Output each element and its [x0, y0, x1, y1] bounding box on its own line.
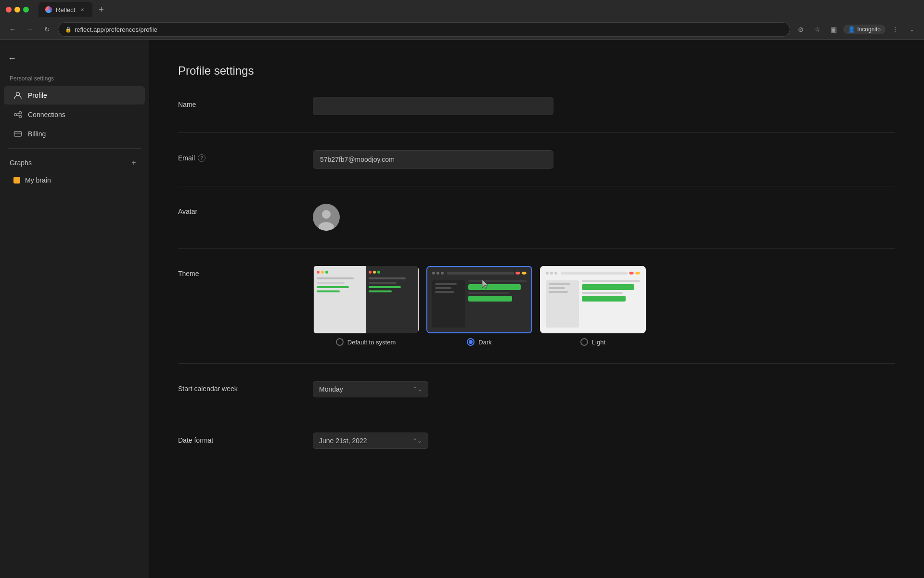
- name-setting-row: Name: [178, 97, 895, 133]
- forward-navigation-button[interactable]: →: [23, 23, 37, 36]
- radio-dark-inner: [469, 340, 473, 344]
- sidebar-item-my-brain[interactable]: My brain: [4, 172, 145, 188]
- svg-line-5: [16, 115, 19, 116]
- billing-icon: [13, 130, 22, 138]
- sidebar-item-connections[interactable]: Connections: [4, 105, 145, 124]
- minimize-window-button[interactable]: [14, 7, 20, 13]
- sidebar-graphs-header: Graphs +: [0, 154, 149, 172]
- main-content: Profile settings Name Email ? Avatar: [149, 40, 924, 578]
- incognito-label: Incognito: [857, 26, 881, 33]
- theme-preview-light: [540, 266, 646, 333]
- svg-point-9: [322, 210, 331, 219]
- theme-label: Theme: [178, 266, 313, 277]
- maximize-window-button[interactable]: [23, 7, 29, 13]
- calendar-week-value: Monday: [319, 385, 343, 393]
- theme-preview-default: [313, 266, 419, 333]
- new-tab-button[interactable]: +: [94, 3, 108, 16]
- theme-option-dark[interactable]: Dark: [426, 266, 532, 346]
- theme-radio-default[interactable]: Default to system: [336, 338, 396, 346]
- incognito-badge: 👤 Incognito: [843, 25, 886, 34]
- sidebar-billing-label: Billing: [28, 130, 46, 138]
- browser-toolbar: ← → ↻ 🔒 reflect.app/preferences/profile …: [0, 19, 924, 39]
- theme-radio-dark[interactable]: Dark: [467, 338, 491, 346]
- back-navigation-button[interactable]: ←: [6, 23, 19, 36]
- calendar-week-control: Monday ⌃⌄: [313, 381, 553, 397]
- close-window-button[interactable]: [6, 7, 12, 13]
- name-label: Name: [178, 97, 313, 108]
- date-format-setting-row: Date format June 21st, 2022 ⌃⌄: [178, 433, 895, 466]
- address-bar[interactable]: 🔒 reflect.app/preferences/profile: [58, 22, 790, 37]
- theme-option-default[interactable]: Default to system: [313, 266, 419, 346]
- theme-options: Default to system: [313, 266, 650, 346]
- avatar-setting-row: Avatar: [178, 204, 895, 249]
- sidebar-graphs-label: Graphs: [10, 159, 32, 167]
- sidebar-item-profile[interactable]: Profile: [4, 86, 145, 105]
- profile-icon: [13, 91, 22, 100]
- calendar-week-dropdown[interactable]: Monday ⌃⌄: [313, 381, 428, 397]
- sidebar-personal-section-label: Personal settings: [0, 71, 149, 86]
- email-help-icon[interactable]: ?: [198, 154, 205, 162]
- add-graph-button[interactable]: +: [128, 158, 139, 168]
- avatar-label: Avatar: [178, 204, 313, 215]
- browser-chrome: Reflect ✕ + ← → ↻ 🔒 reflect.app/preferen…: [0, 0, 924, 40]
- lock-icon: 🔒: [65, 26, 72, 33]
- sidebar-my-brain-label: My brain: [25, 176, 51, 184]
- dropdown-chevron-icon: ⌃⌄: [412, 386, 422, 393]
- theme-light-label: Light: [592, 339, 605, 346]
- toolbar-icons: ⊘ ☆ ▣ 👤 Incognito ⋮ ⌄: [794, 23, 918, 36]
- theme-dark-label: Dark: [478, 339, 491, 346]
- tab-bar: Reflect ✕ +: [33, 2, 114, 17]
- date-format-value: June 21st, 2022: [319, 437, 367, 445]
- theme-preview-dark: [426, 266, 532, 333]
- calendar-week-label: Start calendar week: [178, 381, 313, 393]
- page-title: Profile settings: [178, 64, 895, 78]
- tab-close-button[interactable]: ✕: [79, 6, 86, 13]
- email-control: [313, 150, 553, 169]
- theme-default-label: Default to system: [347, 339, 396, 346]
- date-format-chevron-icon: ⌃⌄: [412, 437, 422, 444]
- more-options-icon[interactable]: ⋮: [888, 23, 902, 36]
- bookmark-icon[interactable]: ☆: [810, 23, 824, 36]
- back-arrow-icon: ←: [8, 53, 16, 64]
- browser-tab[interactable]: Reflect ✕: [38, 2, 92, 17]
- name-control: [313, 97, 553, 115]
- sidebar-divider: [8, 148, 141, 149]
- reload-button[interactable]: ↻: [40, 23, 54, 36]
- svg-point-1: [14, 114, 17, 116]
- radio-default-circle: [336, 338, 344, 346]
- app-layout: ← Personal settings Profile: [0, 40, 924, 578]
- camera-off-icon[interactable]: ⊘: [794, 23, 808, 36]
- radio-dark-circle: [467, 338, 475, 346]
- svg-rect-6: [14, 131, 22, 136]
- sidebar-back-button[interactable]: ←: [0, 50, 149, 71]
- tab-favicon: [45, 6, 52, 13]
- svg-point-3: [19, 116, 22, 118]
- avatar-control: [313, 204, 553, 231]
- svg-line-4: [16, 113, 19, 114]
- sidebar-profile-label: Profile: [28, 92, 47, 99]
- date-format-control: June 21st, 2022 ⌃⌄: [313, 433, 553, 449]
- title-bar: Reflect ✕ +: [0, 0, 924, 19]
- connections-icon: [13, 110, 22, 119]
- calendar-week-setting-row: Start calendar week Monday ⌃⌄: [178, 381, 895, 415]
- avatar[interactable]: [313, 204, 340, 231]
- radio-light-circle: [580, 338, 588, 346]
- sidebar: ← Personal settings Profile: [0, 40, 149, 578]
- theme-radio-light[interactable]: Light: [580, 338, 605, 346]
- theme-option-light[interactable]: Light: [540, 266, 646, 346]
- svg-point-2: [19, 112, 22, 114]
- date-format-label: Date format: [178, 433, 313, 444]
- sidebar-item-billing[interactable]: Billing: [4, 125, 145, 143]
- email-label: Email ?: [178, 150, 313, 162]
- tab-title: Reflect: [56, 6, 75, 13]
- expand-icon[interactable]: ⌄: [905, 23, 918, 36]
- url-display: reflect.app/preferences/profile: [75, 26, 783, 33]
- sidebar-connections-label: Connections: [28, 111, 65, 118]
- theme-control: Default to system: [313, 266, 650, 346]
- date-format-dropdown[interactable]: June 21st, 2022 ⌃⌄: [313, 433, 428, 449]
- graph-dot-icon: [13, 177, 20, 184]
- sidebar-toggle-icon[interactable]: ▣: [827, 23, 840, 36]
- email-setting-row: Email ?: [178, 150, 895, 186]
- name-input[interactable]: [313, 97, 553, 115]
- email-input[interactable]: [313, 150, 553, 169]
